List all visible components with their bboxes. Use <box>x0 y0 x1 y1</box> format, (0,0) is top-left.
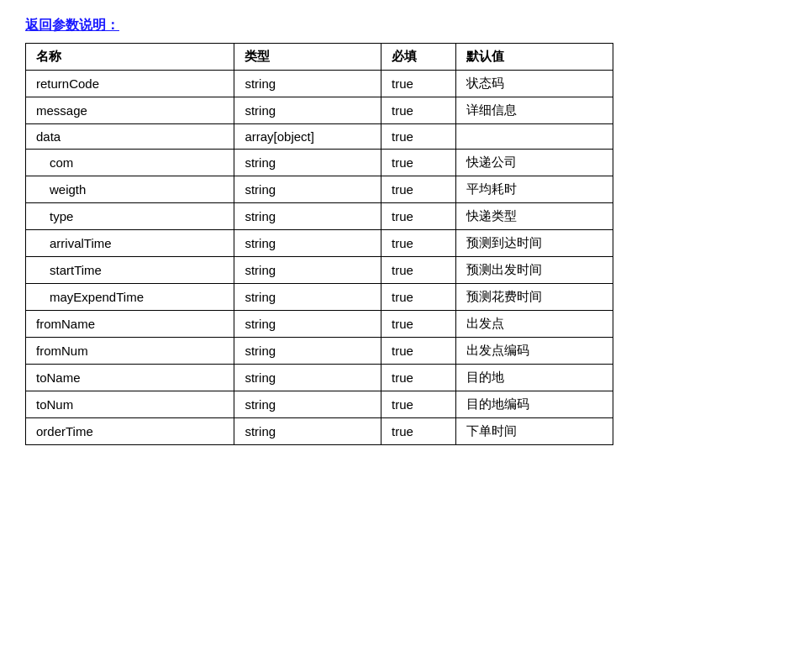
cell-name: orderTime <box>26 418 234 445</box>
cell-type: string <box>234 257 381 284</box>
table-row: dataarray[object]true <box>26 124 613 150</box>
cell-type: string <box>234 230 381 257</box>
cell-type: string <box>234 150 381 176</box>
cell-type: string <box>234 338 381 365</box>
cell-default: 预测花费时间 <box>456 284 613 311</box>
cell-required: true <box>381 176 455 203</box>
cell-required: true <box>381 391 455 418</box>
cell-name: toNum <box>26 391 234 418</box>
table-row: orderTimestringtrue下单时间 <box>26 418 613 445</box>
cell-default: 出发点编码 <box>456 338 613 365</box>
cell-type: string <box>234 71 381 97</box>
cell-default: 目的地编码 <box>456 391 613 418</box>
table-header-row: 名称 类型 必填 默认值 <box>26 44 613 71</box>
table-row: fromNumstringtrue出发点编码 <box>26 338 613 365</box>
cell-type: string <box>234 176 381 203</box>
table-row: messagestringtrue详细信息 <box>26 97 613 124</box>
cell-required: true <box>381 418 455 445</box>
table-row: mayExpendTimestringtrue预测花费时间 <box>26 284 613 311</box>
cell-name: message <box>26 97 234 124</box>
cell-type: array[object] <box>234 124 381 150</box>
cell-type: string <box>234 311 381 338</box>
cell-required: true <box>381 311 455 338</box>
cell-required: true <box>381 124 455 150</box>
cell-default: 快递公司 <box>456 150 613 176</box>
cell-type: string <box>234 97 381 124</box>
cell-default: 详细信息 <box>456 97 613 124</box>
params-table: 名称 类型 必填 默认值 returnCodestringtrue状态码mess… <box>25 43 613 445</box>
cell-default: 状态码 <box>456 71 613 97</box>
cell-type: string <box>234 391 381 418</box>
table-row: toNamestringtrue目的地 <box>26 365 613 391</box>
table-row: typestringtrue快递类型 <box>26 203 613 230</box>
cell-default: 预测出发时间 <box>456 257 613 284</box>
table-row: startTimestringtrue预测出发时间 <box>26 257 613 284</box>
cell-required: true <box>381 257 455 284</box>
table-row: returnCodestringtrue状态码 <box>26 71 613 97</box>
cell-name: weigth <box>26 176 234 203</box>
cell-name: com <box>26 150 234 176</box>
cell-default: 出发点 <box>456 311 613 338</box>
cell-default: 下单时间 <box>456 418 613 445</box>
cell-type: string <box>234 284 381 311</box>
cell-required: true <box>381 230 455 257</box>
col-header-name: 名称 <box>26 44 234 71</box>
cell-name: startTime <box>26 257 234 284</box>
cell-required: true <box>381 150 455 176</box>
cell-default: 平均耗时 <box>456 176 613 203</box>
cell-default: 目的地 <box>456 365 613 391</box>
cell-name: toName <box>26 365 234 391</box>
cell-required: true <box>381 203 455 230</box>
cell-required: true <box>381 97 455 124</box>
cell-required: true <box>381 365 455 391</box>
cell-required: true <box>381 338 455 365</box>
cell-required: true <box>381 71 455 97</box>
cell-name: type <box>26 203 234 230</box>
cell-required: true <box>381 284 455 311</box>
cell-name: arrivalTime <box>26 230 234 257</box>
cell-name: fromName <box>26 311 234 338</box>
cell-name: returnCode <box>26 71 234 97</box>
cell-type: string <box>234 365 381 391</box>
cell-name: data <box>26 124 234 150</box>
col-header-type: 类型 <box>234 44 381 71</box>
cell-default: 快递类型 <box>456 203 613 230</box>
cell-default <box>456 124 613 150</box>
section-title: 返回参数说明： <box>25 17 780 34</box>
cell-name: mayExpendTime <box>26 284 234 311</box>
table-row: weigthstringtrue平均耗时 <box>26 176 613 203</box>
cell-default: 预测到达时间 <box>456 230 613 257</box>
table-row: fromNamestringtrue出发点 <box>26 311 613 338</box>
table-row: arrivalTimestringtrue预测到达时间 <box>26 230 613 257</box>
cell-type: string <box>234 203 381 230</box>
cell-name: fromNum <box>26 338 234 365</box>
cell-type: string <box>234 418 381 445</box>
col-header-required: 必填 <box>381 44 455 71</box>
col-header-default: 默认值 <box>456 44 613 71</box>
table-row: comstringtrue快递公司 <box>26 150 613 176</box>
table-row: toNumstringtrue目的地编码 <box>26 391 613 418</box>
